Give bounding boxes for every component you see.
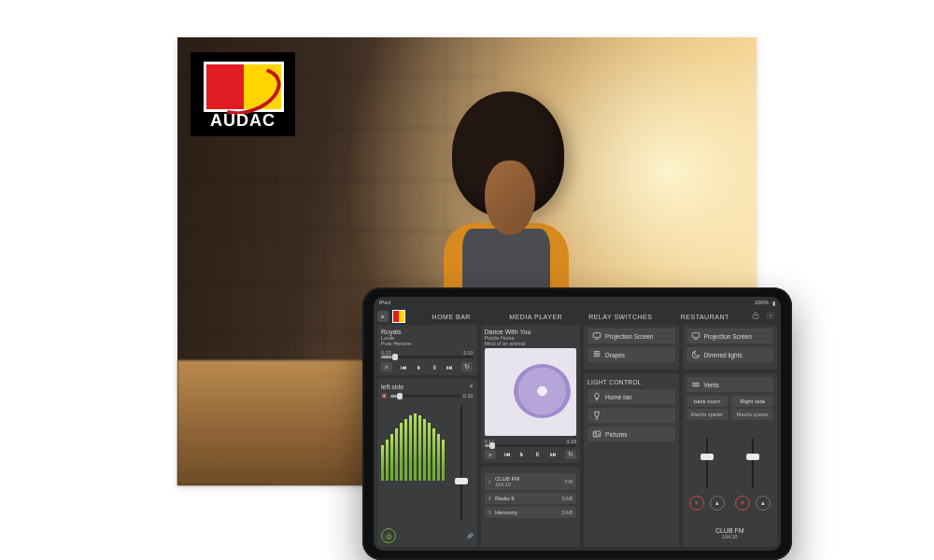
brand-text: AUDAC bbox=[194, 111, 291, 131]
audac-logo: AUDAC bbox=[191, 52, 295, 136]
np-progress[interactable] bbox=[381, 356, 474, 358]
zone-fader[interactable] bbox=[450, 402, 474, 525]
station-list: 1CLUB FM104,10FM2Radio 9DAB3HarmonyDAB bbox=[481, 467, 581, 547]
tab-relays[interactable]: RELAY SWITCHES bbox=[578, 311, 663, 323]
dropdown-icon[interactable]: ▾ bbox=[470, 383, 474, 390]
zone-rightside[interactable]: Right side bbox=[731, 396, 773, 407]
m-repeat[interactable]: ↻ bbox=[565, 450, 576, 459]
battery-icon: ▮ bbox=[772, 300, 775, 306]
np-album: Pure Heroine bbox=[381, 341, 474, 346]
vinyl-icon bbox=[514, 364, 571, 418]
svg-rect-2 bbox=[593, 333, 601, 338]
settings-icon[interactable] bbox=[766, 311, 777, 322]
relay-group-1: Projection ScreenDrapes bbox=[584, 325, 678, 370]
tuned-name: CLUB FM bbox=[690, 527, 770, 534]
zone1-up[interactable]: ▴ bbox=[710, 496, 725, 511]
relay-dimmed-lights[interactable]: Dimmed lights bbox=[686, 347, 773, 362]
zone1-down[interactable]: ▾ bbox=[689, 496, 704, 511]
relay-group-2: Projection ScreenDimmed lights bbox=[683, 325, 777, 370]
m-title: Dance With You bbox=[485, 329, 577, 335]
m-play[interactable]: ⏵ bbox=[519, 451, 526, 457]
power-button[interactable]: ⏻ bbox=[381, 528, 396, 543]
zone-volume-h[interactable] bbox=[390, 395, 460, 398]
np-title: Royals bbox=[381, 329, 474, 335]
tablet-frame: iPad 100% ▮ ≡ HOME BAR MEDIA PLAYER RELA… bbox=[362, 287, 792, 560]
vents-toggle[interactable]: Vents bbox=[686, 377, 773, 392]
relay-projection-screen[interactable]: Projection Screen bbox=[686, 329, 773, 343]
relay-drapes[interactable]: Drapes bbox=[587, 347, 674, 362]
menu-button[interactable]: ≡ bbox=[377, 311, 389, 322]
relay-pictures[interactable]: Pictures bbox=[587, 427, 674, 441]
tab-home-bar[interactable]: HOME BAR bbox=[409, 311, 494, 323]
light-heading: LIGHT CONTROL bbox=[587, 379, 674, 385]
next-button[interactable]: ⏭ bbox=[446, 364, 453, 371]
m-pause[interactable]: ⏸ bbox=[534, 451, 541, 457]
lock-icon[interactable] bbox=[751, 311, 762, 322]
ipad-status-bar: iPad 100% ▮ bbox=[374, 297, 781, 308]
zone2-down[interactable]: ▾ bbox=[735, 496, 750, 511]
homebar-nowplaying: Royals Lorde Pure Heroine 0:22 3:10 ⨉ ⏮ … bbox=[377, 325, 477, 375]
relay-[interactable] bbox=[587, 408, 674, 423]
station-row[interactable]: 2Radio 9DAB bbox=[485, 493, 577, 504]
album-art bbox=[485, 348, 577, 436]
zone-label: left side bbox=[381, 384, 403, 390]
svg-rect-3 bbox=[593, 431, 601, 437]
app-logo-icon bbox=[392, 310, 405, 323]
restaurant-panel: Vents back room Right side Media speler … bbox=[683, 373, 777, 547]
prev-button[interactable]: ⏮ bbox=[401, 364, 407, 371]
play-button[interactable]: ⏵ bbox=[417, 364, 423, 371]
m-prev[interactable]: ⏮ bbox=[504, 451, 511, 457]
m-total: 3:18 bbox=[566, 439, 576, 444]
svg-point-1 bbox=[770, 315, 772, 317]
zone2-source[interactable]: Media speler bbox=[731, 409, 773, 420]
media-track-card: Dance With You Purple Horse Mind of an a… bbox=[481, 325, 581, 463]
mute-icon[interactable]: 🔇 bbox=[381, 393, 388, 399]
app-top-bar: ≡ HOME BAR MEDIA PLAYER RELAY SWITCHES R… bbox=[374, 308, 781, 325]
tuned-freq: 104,10 bbox=[690, 534, 770, 539]
svg-point-4 bbox=[595, 432, 597, 434]
zone2-up[interactable]: ▴ bbox=[756, 496, 771, 511]
homebar-zone: left side ▾ 🔇 0.10 bbox=[377, 379, 477, 547]
svg-rect-0 bbox=[753, 315, 758, 319]
vents-label: Vents bbox=[704, 382, 719, 388]
relay-projection-screen[interactable]: Projection Screen bbox=[587, 329, 674, 343]
station-row[interactable]: 1CLUB FM104,10FM bbox=[485, 473, 577, 490]
m-progress[interactable] bbox=[485, 444, 577, 447]
tab-media[interactable]: MEDIA PLAYER bbox=[494, 311, 579, 323]
zone1-fader[interactable]: ▾ ▴ bbox=[686, 432, 729, 512]
station-row[interactable]: 3HarmonyDAB bbox=[485, 507, 577, 518]
shuffle-button[interactable]: ⨉ bbox=[381, 362, 392, 371]
tuned-station[interactable]: CLUB FM 104,10 bbox=[686, 524, 773, 543]
m-shuffle[interactable]: ⨉ bbox=[485, 450, 496, 459]
vu-meter bbox=[381, 402, 445, 481]
tab-strip: HOME BAR MEDIA PLAYER RELAY SWITCHES RES… bbox=[409, 311, 747, 323]
repeat-button[interactable]: ↻ bbox=[461, 362, 473, 371]
m-album: Mind of an animal bbox=[485, 341, 577, 346]
zone2-fader[interactable]: ▾ ▴ bbox=[731, 432, 773, 512]
device-label: iPad bbox=[379, 300, 390, 305]
relay-home-bar[interactable]: Home bar bbox=[587, 389, 674, 404]
light-control: LIGHT CONTROL Home barPictures bbox=[584, 373, 678, 547]
zone-backroom[interactable]: back room bbox=[686, 396, 729, 407]
battery-text: 100% bbox=[755, 300, 769, 305]
level-text: 0.10 bbox=[463, 393, 474, 399]
link-icon[interactable]: 🔗 bbox=[467, 533, 474, 539]
m-next[interactable]: ⏭ bbox=[550, 451, 557, 457]
svg-rect-5 bbox=[692, 333, 700, 338]
tab-restaurant[interactable]: RESTAURANT bbox=[663, 311, 748, 323]
pause-button[interactable]: ⏸ bbox=[432, 364, 438, 371]
app-screen: iPad 100% ▮ ≡ HOME BAR MEDIA PLAYER RELA… bbox=[374, 297, 781, 551]
zone1-source[interactable]: Media speler bbox=[686, 409, 729, 420]
